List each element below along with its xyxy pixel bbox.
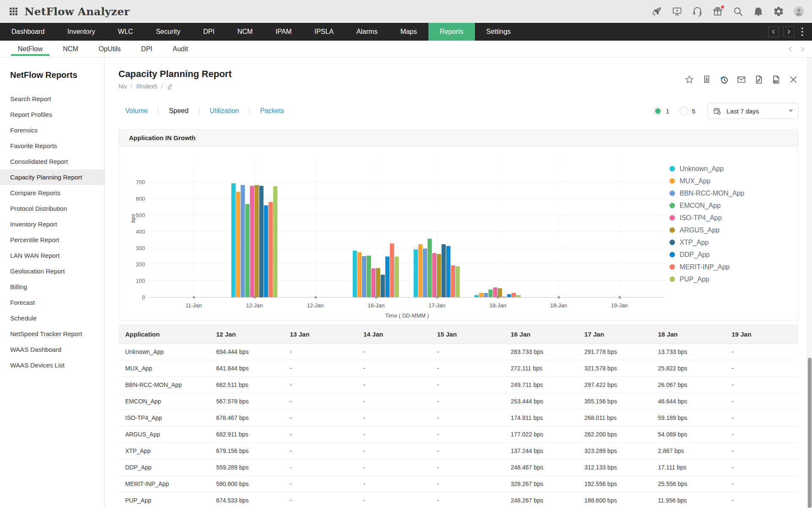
interval-radio-group: 15 bbox=[653, 107, 695, 116]
gear-icon[interactable] bbox=[773, 6, 784, 17]
interval-radio-1[interactable]: 1 bbox=[653, 107, 669, 116]
legend-item-ddp-app[interactable]: DDP_App bbox=[669, 248, 788, 261]
radio-circle bbox=[680, 107, 689, 116]
cell-value: 11.956 bps bbox=[651, 492, 725, 508]
sidebar-item-netspeed-tracker-report[interactable]: NetSpeed Tracker Report bbox=[0, 326, 104, 342]
legend-item-mux-app[interactable]: MUX_App bbox=[669, 175, 788, 187]
apps-grid-icon[interactable] bbox=[8, 6, 19, 17]
main-nav-item-ncm[interactable]: NCM bbox=[226, 23, 264, 41]
cell-value: - bbox=[725, 443, 798, 459]
legend-item-emcon-app[interactable]: EMCON_App bbox=[669, 199, 788, 212]
legend-item-bbn-rcc-mon-app[interactable]: BBN-RCC-MON_App bbox=[669, 187, 788, 199]
sidebar-item-percentile-report[interactable]: Percentile Report bbox=[0, 232, 104, 248]
schedule-timer-icon[interactable] bbox=[719, 75, 729, 85]
interval-radio-5[interactable]: 5 bbox=[680, 107, 695, 116]
main-nav-item-maps[interactable]: Maps bbox=[389, 23, 428, 41]
main-nav-item-alarms[interactable]: Alarms bbox=[345, 23, 389, 41]
sidebar-item-waas-dashboard[interactable]: WAAS Dashboard bbox=[0, 342, 104, 357]
bar-unknown-app-17-jan bbox=[414, 249, 418, 297]
email-icon[interactable] bbox=[736, 75, 746, 85]
sidebar-item-search-report[interactable]: Search Report bbox=[0, 91, 104, 107]
favorite-star-icon[interactable] bbox=[684, 75, 694, 85]
breadcrumb-link-ifindex5[interactable]: IfIndex5 bbox=[136, 83, 157, 90]
date-range-dropdown[interactable]: Last 7 days bbox=[707, 103, 798, 119]
sub-nav-item-ncm[interactable]: NCM bbox=[53, 41, 88, 57]
svg-text:$: $ bbox=[705, 77, 708, 81]
rocket-icon[interactable] bbox=[651, 6, 662, 17]
cell-value: - bbox=[430, 377, 504, 393]
main-nav-item-dashboard[interactable]: Dashboard bbox=[0, 23, 56, 41]
sidebar-item-geolocation-report[interactable]: Geolocation Report bbox=[0, 263, 104, 279]
legend-item-argus-app[interactable]: ARGUS_App bbox=[669, 224, 788, 236]
edit-pencil-icon[interactable] bbox=[167, 83, 174, 90]
sidebar-item-report-profiles[interactable]: Report Profiles bbox=[0, 107, 104, 122]
gift-icon[interactable] bbox=[712, 6, 723, 17]
sidebar-item-waas-devices-list[interactable]: WAAS Devices List bbox=[0, 357, 104, 373]
nav-scroll-left-icon[interactable] bbox=[768, 26, 779, 37]
sidebar-item-compare-reports[interactable]: Compare Reports bbox=[0, 185, 104, 201]
export-pdf-icon[interactable] bbox=[754, 75, 764, 85]
view-tab-packets[interactable]: Packets bbox=[250, 107, 295, 115]
sub-nav-item-dpi[interactable]: DPI bbox=[131, 41, 163, 57]
legend-item-merit-inp-app[interactable]: MERIT-INP_App bbox=[669, 261, 788, 273]
bar-unknown-app-12-jan bbox=[231, 183, 236, 297]
sub-nav-item-audit[interactable]: Audit bbox=[162, 41, 198, 57]
cell-value: 253.444 bps bbox=[504, 393, 578, 410]
main-nav-item-settings[interactable]: Settings bbox=[475, 23, 522, 41]
legend-item-unknown-app[interactable]: Unknown_App bbox=[669, 163, 788, 175]
nav-scroll-right-icon[interactable] bbox=[783, 26, 794, 37]
sub-nav-item-oputils[interactable]: OpUtils bbox=[88, 41, 131, 57]
bar-iso-tp4-app-16-jan bbox=[371, 268, 376, 297]
close-icon[interactable] bbox=[788, 75, 798, 85]
main-nav-item-reports[interactable]: Reports bbox=[428, 23, 475, 41]
view-tab-volume[interactable]: Volume bbox=[125, 107, 158, 115]
scrollbar-thumb[interactable] bbox=[808, 358, 812, 508]
legend-item-iso-tp4-app[interactable]: ISO-TP4_App bbox=[669, 212, 788, 224]
cell-value: - bbox=[357, 377, 430, 393]
cell-application: MERIT-INP_App bbox=[118, 476, 209, 492]
gridline bbox=[620, 161, 620, 297]
legend-item-xtp-app[interactable]: XTP_App bbox=[669, 236, 788, 248]
main-nav-item-ipam[interactable]: IPAM bbox=[264, 23, 303, 41]
subnav-scroll-right-icon[interactable] bbox=[799, 46, 805, 52]
radio-label: 1 bbox=[666, 108, 669, 115]
cell-application: PUP_App bbox=[118, 492, 209, 508]
export-csv-icon[interactable]: CSV bbox=[771, 75, 781, 85]
sidebar-item-consolidated-report[interactable]: Consolidated Report bbox=[0, 154, 104, 169]
bell-icon[interactable] bbox=[753, 6, 764, 17]
legend-label: DDP_App bbox=[680, 251, 710, 259]
main-nav-item-wlc[interactable]: WLC bbox=[107, 23, 145, 41]
breadcrumb-link-niv[interactable]: Niv bbox=[118, 83, 127, 90]
sub-nav-item-netflow[interactable]: NetFlow bbox=[8, 41, 53, 57]
subnav-scroll-left-icon[interactable] bbox=[787, 46, 793, 52]
gridline bbox=[149, 280, 665, 281]
legend-item-pup-app[interactable]: PUP_App bbox=[669, 273, 788, 285]
sidebar-item-schedule[interactable]: Schedule bbox=[0, 310, 104, 326]
sidebar-item-forensics[interactable]: Forensics bbox=[0, 122, 104, 138]
view-tab-utilization[interactable]: Utilization bbox=[199, 107, 250, 115]
sidebar-item-inventory-report[interactable]: Inventory Report bbox=[0, 216, 104, 232]
view-tab-speed[interactable]: Speed bbox=[158, 107, 199, 115]
presentation-icon[interactable] bbox=[672, 6, 683, 17]
sidebar-item-forecast[interactable]: Forecast bbox=[0, 295, 104, 310]
main-nav-item-dpi[interactable]: DPI bbox=[192, 23, 226, 41]
legend-dot bbox=[669, 178, 675, 184]
sidebar-item-favorite-reports[interactable]: Favorite Reports bbox=[0, 138, 104, 154]
cell-value: - bbox=[283, 393, 357, 410]
main-nav-item-inventory[interactable]: Inventory bbox=[56, 23, 107, 41]
y-tick-label: 200 bbox=[136, 261, 149, 268]
nav-overflow-menu-icon[interactable] bbox=[798, 26, 806, 37]
sidebar-item-protocol-distribution[interactable]: Protocol Distribution bbox=[0, 201, 104, 216]
billing-receipt-icon[interactable]: $ bbox=[702, 75, 712, 85]
sidebar-item-billing[interactable]: Billing bbox=[0, 279, 104, 295]
main-nav-item-ipsla[interactable]: IPSLA bbox=[303, 23, 345, 41]
sidebar-item-lan-wan-report[interactable]: LAN WAN Report bbox=[0, 248, 104, 263]
search-icon[interactable] bbox=[732, 6, 743, 17]
x-tick-label: 16-Jan bbox=[368, 302, 384, 309]
headset-icon[interactable] bbox=[692, 6, 703, 17]
bar-merit-inp-app-12-jan bbox=[269, 202, 273, 297]
avatar[interactable] bbox=[793, 6, 804, 17]
main-nav-item-security[interactable]: Security bbox=[145, 23, 192, 41]
gridline bbox=[194, 161, 194, 297]
sidebar-item-capacity-planning-report[interactable]: Capacity Planning Report bbox=[0, 169, 104, 185]
